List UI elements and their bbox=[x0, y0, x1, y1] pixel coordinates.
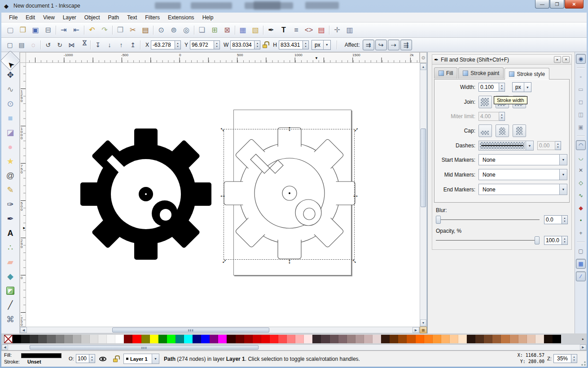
selection-bounding-box[interactable]: ↔ ↔ ↔ ↔ ↕ ↕ ↔ ↔ bbox=[224, 129, 355, 260]
close-button[interactable]: ✕ bbox=[565, 0, 584, 9]
titlebar[interactable]: ◆ New document 1 - Inkscape — ❐ ✕ bbox=[0, 0, 588, 13]
color-swatch[interactable] bbox=[210, 335, 218, 343]
star-tool[interactable]: ★ bbox=[3, 154, 18, 168]
opacity-spinner[interactable]: ▲▼ bbox=[562, 236, 568, 245]
color-swatch[interactable] bbox=[47, 335, 55, 343]
scroll-down-icon[interactable]: ▼ bbox=[420, 319, 426, 326]
xml-editor-button[interactable]: <> bbox=[303, 24, 315, 36]
menu-item[interactable]: View bbox=[39, 13, 59, 22]
affect-move-patterns-button[interactable]: ⇶ bbox=[400, 40, 412, 50]
color-swatch[interactable] bbox=[158, 335, 167, 343]
cut-button[interactable]: ✂ bbox=[127, 24, 139, 36]
horizontal-scrollbar[interactable]: ◀ ▮▮▮ ▶ bbox=[20, 327, 420, 333]
zoom-selection-button[interactable]: ⊙ bbox=[155, 24, 167, 36]
affect-scale-stroke-button[interactable]: ⇉ bbox=[363, 40, 374, 50]
color-swatch[interactable] bbox=[64, 335, 73, 343]
menu-item[interactable]: File bbox=[5, 13, 22, 22]
stroke-width-input[interactable] bbox=[478, 83, 499, 92]
snap-path-intersections-button[interactable]: ✕ bbox=[576, 165, 586, 175]
h-input[interactable] bbox=[279, 40, 303, 49]
blur-input[interactable] bbox=[544, 215, 562, 224]
scale-handle-w[interactable]: ↔ bbox=[219, 191, 226, 198]
redo-button[interactable]: ↷ bbox=[98, 24, 111, 36]
tab-stroke-style[interactable]: Stroke style bbox=[505, 68, 549, 80]
text-tool[interactable]: A bbox=[3, 226, 18, 240]
blur-spinner[interactable]: ▲▼ bbox=[562, 215, 568, 224]
minimize-button[interactable]: — bbox=[535, 0, 549, 9]
snap-cusp-nodes-button[interactable]: ◇ bbox=[576, 178, 586, 188]
fill-stroke-indicator[interactable]: Fill: Stroke: bbox=[4, 352, 20, 365]
color-swatch[interactable] bbox=[355, 335, 364, 343]
preferences-button[interactable]: ✛ bbox=[331, 24, 343, 36]
dash-offset-spinner[interactable]: ▲▼ bbox=[555, 141, 561, 150]
color-swatch[interactable] bbox=[193, 335, 201, 343]
color-swatch[interactable] bbox=[244, 335, 253, 343]
h-spinner[interactable]: ▲▼ bbox=[303, 40, 309, 49]
color-swatch[interactable] bbox=[407, 335, 415, 343]
color-swatch[interactable] bbox=[176, 335, 184, 343]
color-swatch[interactable] bbox=[390, 335, 398, 343]
tweak-tool[interactable]: ∿ bbox=[3, 82, 18, 97]
vertical-scrollbar[interactable]: ▲ ▼ bbox=[420, 63, 427, 327]
w-input[interactable] bbox=[230, 40, 255, 49]
opacity-slider-thumb[interactable] bbox=[535, 236, 540, 244]
maximize-button[interactable]: ❐ bbox=[550, 0, 564, 9]
color-swatch[interactable] bbox=[544, 335, 553, 343]
palette-scrollbar[interactable]: ◀ ▮▮▮ ▶ bbox=[1, 344, 587, 350]
ellipse-tool[interactable]: ● bbox=[3, 140, 18, 154]
cap-round-button[interactable] bbox=[496, 124, 509, 137]
color-swatch[interactable] bbox=[4, 335, 13, 343]
zoom-corner-indicator[interactable]: ⊙ bbox=[420, 52, 427, 63]
color-swatch[interactable] bbox=[73, 335, 81, 343]
marker-dropdown[interactable]: None ▼ bbox=[478, 184, 567, 195]
color-swatch[interactable] bbox=[484, 335, 492, 343]
menu-item[interactable]: Path bbox=[104, 13, 123, 22]
color-swatch[interactable] bbox=[347, 335, 355, 343]
opacity-input[interactable] bbox=[544, 236, 562, 245]
menu-item[interactable]: Text bbox=[123, 13, 141, 22]
color-swatch[interactable] bbox=[90, 335, 98, 343]
dash-pattern-dropdown[interactable]: ▼ bbox=[478, 141, 534, 151]
spiral-tool[interactable]: @ bbox=[3, 168, 18, 183]
zoom-page-button[interactable]: ◎ bbox=[180, 24, 193, 36]
undo-button[interactable]: ↶ bbox=[86, 24, 98, 36]
horizontal-scroll-thumb[interactable]: ▮▮▮ bbox=[112, 328, 269, 333]
color-swatch[interactable] bbox=[492, 335, 501, 343]
color-swatch[interactable] bbox=[132, 335, 141, 343]
dash-offset-input[interactable] bbox=[537, 141, 555, 150]
menu-item[interactable]: Edit bbox=[22, 13, 39, 22]
snap-bbox-corners-button[interactable]: ◻ bbox=[576, 97, 586, 107]
marker-dropdown[interactable]: None ▼ bbox=[478, 169, 567, 180]
snap-paths-button[interactable]: ◡ bbox=[576, 153, 586, 163]
layer-selector[interactable]: Layer 1 ▼ bbox=[123, 354, 159, 364]
cap-square-button[interactable] bbox=[513, 124, 526, 137]
color-swatch[interactable] bbox=[475, 335, 484, 343]
dialog-close-button[interactable]: ✕ bbox=[562, 56, 570, 63]
dialog-titlebar[interactable]: ✒ Fill and Stroke (Shift+Ctrl+F) ▸ ✕ bbox=[432, 55, 571, 65]
color-swatch[interactable] bbox=[433, 335, 441, 343]
color-swatch[interactable] bbox=[458, 335, 467, 343]
snap-bbox-button[interactable]: ▫ bbox=[576, 72, 586, 82]
color-swatch[interactable] bbox=[201, 335, 210, 343]
color-swatch[interactable] bbox=[398, 335, 407, 343]
color-swatch[interactable] bbox=[107, 335, 115, 343]
affect-move-gradients-button[interactable]: ⇢ bbox=[388, 40, 399, 50]
snap-page-border-button[interactable]: ▢ bbox=[576, 246, 586, 256]
layers-dialog-button[interactable]: ≡ bbox=[290, 24, 303, 36]
gear-object-filled[interactable] bbox=[79, 127, 213, 262]
color-swatch[interactable] bbox=[218, 335, 227, 343]
blur-slider-thumb[interactable] bbox=[436, 216, 441, 224]
fill-stroke-dialog-button[interactable]: ✒ bbox=[265, 24, 277, 36]
units-dropdown[interactable]: px ▼ bbox=[312, 40, 331, 50]
join-miter-button[interactable] bbox=[478, 96, 492, 108]
object-opacity-input[interactable] bbox=[76, 354, 89, 363]
color-swatch[interactable] bbox=[424, 335, 433, 343]
paste-button[interactable]: ▤ bbox=[139, 24, 152, 36]
palette-scroll-thumb[interactable]: ▮▮▮ bbox=[30, 345, 259, 350]
gradient-tool[interactable]: ◩ bbox=[3, 284, 18, 298]
cap-butt-button[interactable] bbox=[478, 124, 492, 137]
color-swatch[interactable] bbox=[287, 335, 295, 343]
color-managed-display-toggle[interactable]: ▦ bbox=[420, 327, 427, 333]
color-swatch[interactable] bbox=[184, 335, 193, 343]
color-swatch[interactable] bbox=[450, 335, 458, 343]
